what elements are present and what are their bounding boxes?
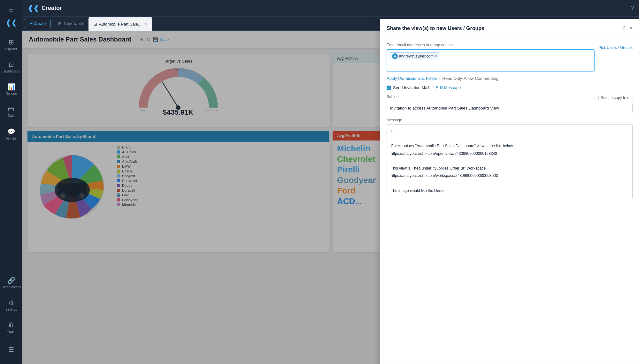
sidebar-item-ask-zia[interactable]: 💬 Ask Zia xyxy=(0,123,22,145)
app-title-area: ❰❰ Creator xyxy=(27,4,62,12)
topbar-right: ? xyxy=(631,5,634,11)
sidebar-item-reports[interactable]: 📊 Reports xyxy=(0,78,22,100)
sidebar-item-more[interactable]: ☰ xyxy=(0,338,22,361)
subject-input[interactable] xyxy=(387,103,633,113)
msg-line-7 xyxy=(391,180,628,186)
sidebar-item-settings[interactable]: ⚙ Settings xyxy=(0,294,22,316)
data-icon: 🗃 xyxy=(8,105,14,113)
modal-help-button[interactable]: ? xyxy=(622,31,625,32)
sidebar-label-dashboards: Dashboards xyxy=(3,70,20,73)
share-modal: Share the view(s) to new Users / Groups … xyxy=(380,31,639,364)
message-label: Message xyxy=(387,118,633,122)
msg-line-1 xyxy=(391,136,628,142)
tab-automobile[interactable]: ⊡ Automobile Part Sale... × xyxy=(89,17,152,31)
dashboard-area: Automobile Part Sales Dashboard ★ ↻ 💾 Sa… xyxy=(22,31,639,364)
sidebar-label-data-sources: Data Sources xyxy=(2,285,21,289)
sidebar-label-settings: Settings xyxy=(5,308,17,311)
topbar-logo-icon: ❰❰ xyxy=(27,4,39,12)
modal-header-actions: ? × xyxy=(622,31,633,32)
invitation-row: ✓ Send Invitation Mail - Edit Message xyxy=(387,85,633,90)
subject-row: Subject Send a copy to me xyxy=(387,95,633,113)
reports-icon: 📊 xyxy=(7,83,15,91)
tab-new-table[interactable]: ⊞ New Table xyxy=(53,16,88,30)
email-address: andrew@zylker.com xyxy=(399,54,434,58)
permissions-row: Apply Permissions & Filters - Read Only,… xyxy=(387,76,633,81)
sidebar-item-data-sources[interactable]: 🔗 Data Sources xyxy=(0,271,22,294)
app-logo: ❰❰ xyxy=(5,19,17,27)
main-content: ❰❰ Creator ? + Create ⊞ New Table ⊡ Auto… xyxy=(22,0,639,364)
modal-header: Share the view(s) to new Users / Groups … xyxy=(380,31,639,36)
help-icon[interactable]: ? xyxy=(631,5,634,11)
modal-close-button[interactable]: × xyxy=(629,31,633,32)
permissions-text: Read Only, Allow Commenting xyxy=(443,76,498,81)
checkbox-checked-icon: ✓ xyxy=(387,86,391,90)
tab-new-table-label: New Table xyxy=(64,21,83,26)
topbar: ❰❰ Creator ? xyxy=(22,0,639,17)
email-field-label: Enter email addresses or group names xyxy=(387,43,595,47)
send-invitation-checkbox[interactable]: ✓ Send Invitation Mail xyxy=(387,85,429,90)
more-icon: ☰ xyxy=(8,346,14,353)
tab-new-table-icon: ⊞ xyxy=(58,21,62,26)
edit-message-link[interactable]: Edit Message xyxy=(436,85,461,90)
tab-automobile-icon: ⊡ xyxy=(94,22,97,27)
sidebar-item-data[interactable]: 🗃 Data xyxy=(0,100,22,123)
email-avatar: A xyxy=(392,53,398,59)
message-box[interactable]: Hi, Check out my "Automobile Part Sales … xyxy=(387,124,633,199)
sidebar-item-dashboards[interactable]: ⊡ Dashboards xyxy=(0,56,22,78)
sidebar-item-trash[interactable]: 🗑 Trash xyxy=(0,316,22,338)
msg-line-6: https://analytics.zoho.com/workspace/243… xyxy=(391,173,628,179)
subject-label: Subject xyxy=(387,95,399,99)
hamburger-icon: ☰ xyxy=(9,7,13,13)
msg-line-0: Hi, xyxy=(391,128,628,134)
email-tag: A andrew@zylker.com × xyxy=(390,52,439,60)
app-name: Creator xyxy=(42,5,62,11)
sidebar-label-trash: Trash xyxy=(7,330,15,333)
explorer-icon: ⊞ xyxy=(9,38,14,46)
sidebar: ☰ ❰❰ ⊞ Explorer ⊡ Dashboards 📊 Reports 🗃… xyxy=(0,0,22,364)
sidebar-label-data: Data xyxy=(8,114,14,118)
email-remove-icon[interactable]: × xyxy=(435,54,437,58)
msg-line-2: Check out my "Automobile Part Sales Dash… xyxy=(391,143,628,149)
email-field-container: Enter email addresses or group names A a… xyxy=(387,43,595,72)
modal-title: Share the view(s) to new Users / Groups xyxy=(387,31,484,31)
dashboards-icon: ⊡ xyxy=(9,61,14,68)
modal-body: Enter email addresses or group names A a… xyxy=(380,36,639,363)
sidebar-label-ask-zia: Ask Zia xyxy=(6,137,16,140)
sidebar-item-explorer[interactable]: ⊞ Explorer xyxy=(0,33,22,56)
tab-close-icon[interactable]: × xyxy=(145,22,147,26)
pick-users-link[interactable]: Pick Users / Groups xyxy=(598,43,633,50)
create-button[interactable]: + Create xyxy=(25,19,50,28)
ask-zia-icon: 💬 xyxy=(7,128,15,135)
copy-checkbox-icon xyxy=(595,96,599,100)
msg-line-8: The image would like the Demo... xyxy=(391,188,628,194)
tab-automobile-label: Automobile Part Sale... xyxy=(99,22,142,27)
send-invitation-label: Send Invitation Mail xyxy=(393,85,429,90)
settings-icon: ⚙ xyxy=(8,299,14,307)
sidebar-label-reports: Reports xyxy=(5,92,17,95)
trash-icon: 🗑 xyxy=(8,321,14,329)
subject-row-inner: Subject Send a copy to me xyxy=(387,95,633,101)
invitation-dash: - xyxy=(432,85,433,90)
hamburger-menu[interactable]: ☰ xyxy=(5,3,18,16)
msg-line-4 xyxy=(391,158,628,164)
email-input-box[interactable]: A andrew@zylker.com × xyxy=(387,49,595,72)
sidebar-label-explorer: Explorer xyxy=(5,47,17,51)
apply-permissions-link[interactable]: Apply Permissions & Filters xyxy=(387,76,437,81)
permissions-dash: - xyxy=(439,76,440,81)
logo-icon: ❰❰ xyxy=(5,19,17,27)
message-section: Message Hi, Check out my "Automobile Par… xyxy=(387,118,633,199)
send-copy-label: Send a copy to me xyxy=(601,95,633,100)
msg-line-3: https://analytics.zoho.com/open-view/243… xyxy=(391,151,628,157)
send-copy-checkbox[interactable]: Send a copy to me xyxy=(595,95,633,100)
email-field-row: Enter email addresses or group names A a… xyxy=(387,43,633,72)
data-sources-icon: 🔗 xyxy=(7,277,15,284)
msg-line-5: This view is listed under "Supplies Orde… xyxy=(391,165,628,171)
